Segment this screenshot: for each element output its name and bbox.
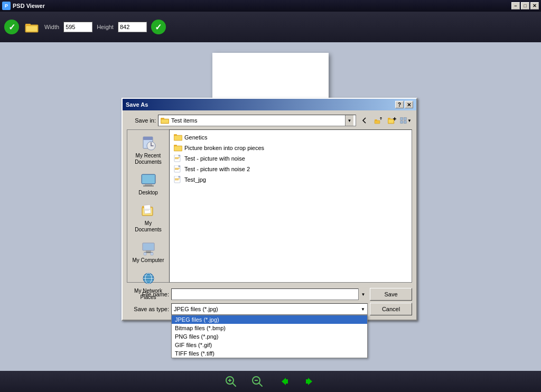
svg-rect-52: [175, 169, 179, 170]
toolbar: ✓ Width Height ✓: [0, 12, 541, 42]
dialog-content: Save in: Test items ▼: [123, 110, 416, 320]
file-name-crop-pieces: Picture broken into crop pieces: [184, 145, 264, 151]
place-recent-documents[interactable]: My Recent Documents: [129, 132, 167, 168]
type-option-gif[interactable]: GIF files (*.gif): [172, 341, 367, 349]
svg-rect-15: [400, 121, 403, 124]
file-icon-test-noise-2: [174, 165, 182, 173]
file-item-genetics[interactable]: Genetics: [172, 132, 409, 143]
zoom-in-icon: [225, 375, 237, 388]
save-button[interactable]: Save: [370, 288, 412, 301]
svg-rect-32: [146, 250, 151, 252]
file-name-row: File name: ▼ Save: [127, 288, 412, 301]
folder-icon-genetics: [174, 133, 182, 142]
svg-rect-31: [143, 244, 154, 250]
open-folder-button[interactable]: [23, 20, 40, 34]
up-icon: [374, 116, 383, 125]
dialog-title-bar: Save As ? ✕: [123, 99, 416, 110]
cancel-button[interactable]: Cancel: [370, 303, 412, 315]
svg-rect-13: [400, 117, 403, 120]
next-button[interactable]: [302, 374, 318, 389]
save-in-row: Save in: Test items ▼: [127, 115, 412, 126]
dropdown-arrow-icon: ▼: [407, 118, 412, 123]
minimize-button[interactable]: −: [511, 2, 520, 10]
places-sidebar: My Recent Documents: [127, 129, 169, 283]
file-name-label: File name:: [127, 291, 169, 297]
type-option-jpeg[interactable]: JPEG files (*.jpg): [172, 315, 367, 324]
height-label: Height: [97, 24, 114, 30]
title-bar: P PSD Viewer − □ ✕: [0, 0, 541, 12]
file-name-test-noise-2: Test - picture with noise 2: [184, 166, 250, 172]
maximize-button[interactable]: □: [521, 2, 529, 10]
status-bar: [0, 371, 541, 392]
file-item-test-jpg[interactable]: Test_jpg: [172, 174, 409, 185]
close-button[interactable]: ✕: [530, 2, 539, 10]
svg-rect-51: [175, 168, 180, 169]
svg-rect-14: [404, 117, 406, 120]
type-combo-arrow[interactable]: ▼: [361, 307, 365, 312]
type-option-png[interactable]: PNG files (*.png): [172, 332, 367, 341]
file-name-input[interactable]: [171, 288, 368, 300]
height-input[interactable]: [118, 22, 147, 32]
dialog-body: My Recent Documents: [127, 129, 412, 283]
file-name-dropdown-arrow[interactable]: ▼: [358, 288, 368, 300]
svg-line-59: [232, 383, 236, 386]
view-options-button[interactable]: ▼: [399, 115, 412, 126]
title-bar-controls: − □ ✕: [511, 2, 539, 10]
folder-icon: [161, 117, 169, 124]
width-label: Width: [44, 24, 59, 30]
file-item-crop-pieces[interactable]: Picture broken into crop pieces: [172, 143, 409, 153]
svg-rect-5: [161, 119, 169, 123]
save-in-dropdown-arrow[interactable]: ▼: [345, 115, 353, 126]
svg-rect-23: [143, 185, 154, 186]
width-input[interactable]: [63, 22, 92, 32]
svg-rect-43: [174, 136, 182, 140]
save-as-type-combo[interactable]: JPEG files (*.jpg) ▼: [171, 303, 368, 315]
go-back-button[interactable]: [358, 115, 371, 126]
main-area: Save As ? ✕ Save in:: [0, 42, 541, 392]
zoom-in-button[interactable]: [223, 374, 239, 389]
back-icon: [360, 116, 369, 125]
file-item-test-noise-1[interactable]: Test - picture with noise: [172, 153, 409, 164]
my-network-icon: [140, 270, 157, 287]
place-my-documents[interactable]: My Documents: [129, 200, 167, 236]
type-option-tiff[interactable]: TIFF files (*.tiff): [172, 349, 367, 358]
check-button-1[interactable]: ✓: [4, 20, 19, 34]
svg-rect-54: [175, 179, 180, 179]
view-icon: [400, 116, 407, 125]
my-documents-label: My Documents: [131, 220, 166, 233]
svg-rect-21: [142, 175, 155, 183]
svg-rect-48: [175, 157, 180, 158]
prev-button[interactable]: [276, 374, 292, 389]
file-name-test-jpg: Test_jpg: [184, 176, 206, 183]
svg-rect-22: [145, 184, 152, 185]
svg-rect-16: [404, 121, 406, 124]
check-button-2[interactable]: ✓: [151, 20, 166, 34]
save-as-type-row: Save as type: JPEG files (*.jpg) ▼ JPEG …: [127, 303, 412, 315]
desktop-icon: [140, 172, 157, 189]
up-folder-button[interactable]: [372, 115, 385, 126]
save-in-combo[interactable]: Test items ▼: [158, 115, 356, 126]
new-folder-button[interactable]: [386, 115, 398, 126]
svg-rect-10: [388, 119, 394, 123]
svg-rect-18: [143, 137, 153, 140]
dialog-help-button[interactable]: ?: [395, 101, 404, 108]
zoom-out-icon: [251, 375, 264, 388]
svg-rect-9: [388, 118, 390, 119]
place-my-computer[interactable]: My Computer: [129, 237, 167, 266]
file-icon-test-noise-1: [174, 154, 182, 163]
my-computer-icon: [140, 239, 157, 256]
zoom-out-button[interactable]: [249, 374, 265, 389]
recent-docs-icon: [140, 135, 157, 152]
file-item-test-noise-2[interactable]: Test - picture with noise 2: [172, 164, 409, 174]
dialog-close-button[interactable]: ✕: [405, 101, 413, 108]
my-documents-icon: [140, 202, 157, 219]
type-option-bmp[interactable]: Bitmap files (*.bmp): [172, 324, 367, 332]
app-icon: P: [2, 2, 11, 10]
svg-rect-55: [175, 180, 179, 180]
place-desktop[interactable]: Desktop: [129, 169, 167, 199]
svg-rect-34: [144, 253, 146, 255]
file-name-test-noise-1: Test - picture with noise: [184, 155, 245, 162]
title-bar-text: PSD Viewer: [13, 3, 45, 9]
svg-rect-1: [25, 24, 31, 26]
file-name-genetics: Genetics: [184, 134, 207, 141]
